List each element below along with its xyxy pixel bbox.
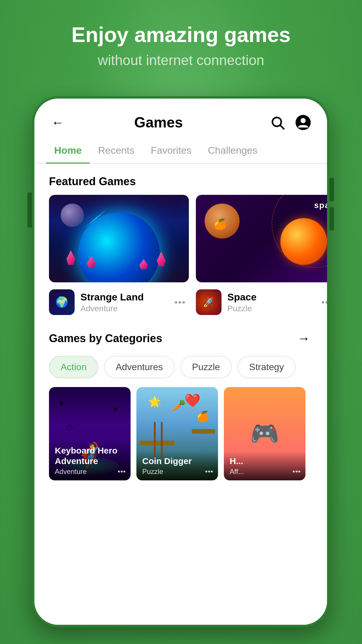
search-icon (270, 115, 285, 130)
games-grid: ✦ ✦ ◇ 🦸 Keyboard HeroAdventure Adventure… (34, 387, 327, 492)
app-content: ← Games (34, 99, 327, 625)
cd-coin-1: 🌟 (148, 396, 161, 408)
floating-element-2: ✦ (112, 405, 119, 414)
food-items: 🍊 (213, 218, 226, 230)
floating-element-1: ✦ (58, 399, 64, 408)
coin-digger-overlay: Coin Digger Puzzle (136, 451, 218, 480)
account-icon (296, 115, 311, 130)
promo-subtitle: without internet connection (0, 52, 362, 68)
svg-line-1 (280, 125, 284, 129)
space-food-text: Space Puzzle (227, 291, 312, 313)
featured-games-scroll[interactable]: 🌍 Strange Land Adventure ••• (34, 195, 327, 324)
main-scroll[interactable]: Featured Games (34, 164, 327, 625)
page-title: Games (49, 114, 268, 131)
top-icons (268, 113, 312, 132)
strange-land-thumbnail: 🌍 (49, 289, 75, 315)
space-food-bg: spa 🍊 (196, 195, 327, 282)
strange-land-image (49, 195, 189, 282)
strange-land-bg (49, 195, 189, 282)
third-card-more-button[interactable]: ••• (293, 468, 301, 476)
space-food-thumbnail: 🚀 (196, 289, 222, 315)
categories-header: Games by Categories → (34, 324, 327, 353)
coin-digger-card[interactable]: ❤️ 🌟 🍊 🥕 Coin Digger Puzzle (136, 387, 218, 480)
search-button[interactable] (268, 113, 287, 132)
space-food-genre: Puzzle (227, 304, 312, 313)
strange-land-name: Strange Land (80, 291, 166, 303)
top-bar: ← Games (34, 99, 327, 138)
keyboard-hero-card[interactable]: ✦ ✦ ◇ 🦸 Keyboard HeroAdventure Adventure… (49, 387, 131, 480)
categories-title: Games by Categories (49, 332, 295, 345)
space-food-info: 🚀 Space Puzzle ••• (196, 282, 327, 318)
cd-coin-2: 🍊 (196, 410, 209, 423)
third-card-emoji: 🎮 (250, 420, 279, 447)
space-food-name: Space (227, 291, 312, 303)
coin-digger-more-button[interactable]: ••• (205, 468, 213, 476)
space-food-more-button[interactable]: ••• (318, 293, 327, 311)
coin-digger-image: ❤️ 🌟 🍊 🥕 Coin Digger Puzzle (136, 387, 218, 480)
featured-card-space[interactable]: spa 🍊 🚀 Space (196, 195, 327, 318)
strange-land-more-button[interactable]: ••• (171, 293, 189, 311)
orange-planet (280, 218, 327, 265)
power-btn (27, 192, 32, 228)
categories-arrow-button[interactable]: → (295, 330, 312, 347)
tab-favorites[interactable]: Favorites (143, 138, 200, 163)
strange-land-thumb-bg: 🌍 (49, 289, 75, 315)
cd-carrot: 🥕 (171, 399, 186, 412)
keyboard-hero-title: Keyboard HeroAdventure (55, 445, 125, 466)
third-card-overlay: H... Aff... (224, 451, 305, 480)
tab-bar: Home Recents Favorites Challenges (34, 138, 327, 164)
tab-recents[interactable]: Recents (90, 138, 143, 163)
planet-small (61, 204, 84, 227)
strange-land-info: 🌍 Strange Land Adventure ••• (49, 282, 189, 318)
third-card-bg: 🎮 H... Aff... ••• (224, 387, 305, 480)
third-card-genre: Aff... (230, 468, 300, 476)
third-game-card[interactable]: 🎮 H... Aff... ••• (224, 387, 305, 480)
keyboard-hero-genre: Adventure (55, 468, 125, 476)
keyboard-hero-image: ✦ ✦ ◇ 🦸 Keyboard HeroAdventure Adventure… (49, 387, 131, 480)
coin-digger-genre: Puzzle (142, 468, 212, 476)
third-card-title: H... (230, 456, 300, 466)
promo-title: Enjoy amazing games (0, 23, 362, 46)
crystal-1 (66, 250, 75, 265)
phone-screen: ← Games (34, 99, 327, 625)
coin-digger-title: Coin Digger (142, 456, 212, 466)
volume-btn-1 (329, 178, 334, 201)
keyboard-hero-more-button[interactable]: ••• (118, 468, 126, 476)
featured-section-title: Featured Games (34, 164, 327, 195)
cd-heart: ❤️ (184, 393, 201, 408)
strange-land-genre: Adventure (80, 304, 166, 313)
strange-land-text: Strange Land Adventure (80, 291, 166, 313)
promo-section: Enjoy amazing games without internet con… (0, 23, 362, 68)
tab-home[interactable]: Home (46, 138, 90, 163)
space-food-image: spa 🍊 (196, 195, 327, 282)
chip-adventures[interactable]: Adventures (104, 356, 175, 378)
tab-challenges[interactable]: Challenges (200, 138, 266, 163)
category-chips: Action Adventures Puzzle Strategy (34, 353, 327, 387)
volume-btn-2 (329, 207, 334, 230)
phone-frame: ← Games (32, 96, 329, 627)
chip-action[interactable]: Action (49, 356, 98, 378)
svg-point-3 (301, 118, 305, 123)
cd-platform-2 (192, 429, 215, 434)
space-food-thumb-bg: 🚀 (196, 289, 222, 315)
chip-strategy[interactable]: Strategy (238, 356, 296, 378)
featured-card-strange-land[interactable]: 🌍 Strange Land Adventure ••• (49, 195, 189, 318)
account-button[interactable] (294, 113, 312, 132)
floating-element-3: ◇ (66, 422, 73, 432)
chip-puzzle[interactable]: Puzzle (180, 356, 232, 378)
